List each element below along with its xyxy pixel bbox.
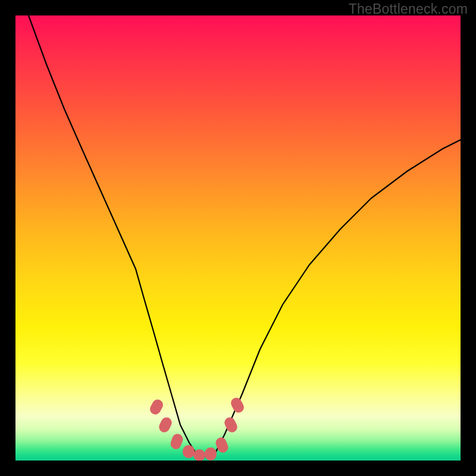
svg-rect-8 — [229, 396, 246, 414]
optimal-range-markers — [148, 396, 246, 461]
svg-rect-2 — [169, 433, 184, 451]
svg-rect-5 — [205, 447, 217, 461]
watermark-text: TheBottleneck.com — [349, 1, 468, 17]
bottleneck-curve — [29, 15, 461, 456]
plot-area — [15, 15, 461, 461]
chart-frame: TheBottleneck.com — [0, 0, 476, 476]
svg-rect-0 — [148, 397, 165, 416]
svg-rect-7 — [223, 415, 239, 434]
svg-rect-3 — [183, 445, 195, 458]
svg-rect-1 — [157, 415, 174, 434]
bottleneck-curve-svg — [15, 15, 461, 461]
